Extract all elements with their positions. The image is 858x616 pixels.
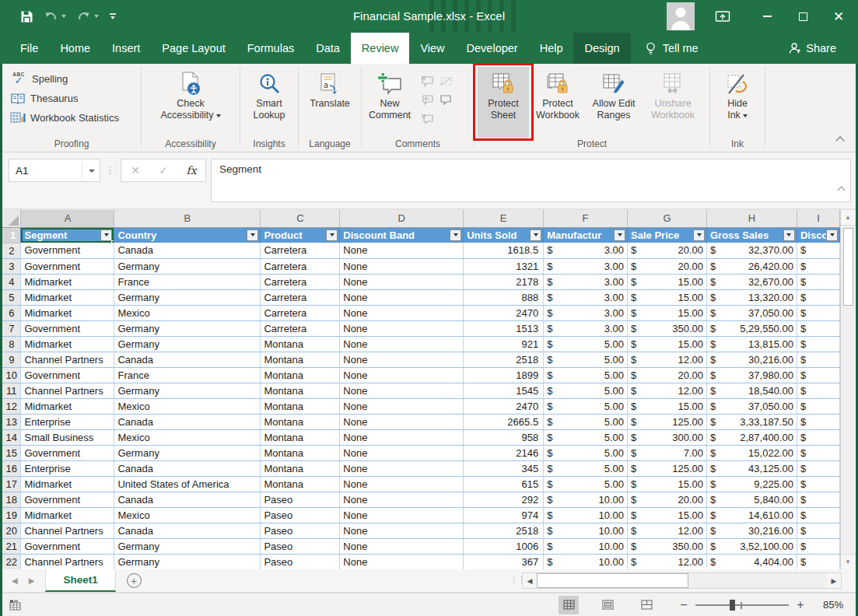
cell[interactable]: Montana <box>261 429 340 445</box>
cell[interactable]: $3,52,100.00 <box>707 538 797 554</box>
cell[interactable]: 2178 <box>464 274 544 289</box>
collapse-ribbon-button[interactable] <box>837 133 843 147</box>
row-header[interactable]: 2 <box>2 243 21 258</box>
cell[interactable]: Montana <box>261 476 340 492</box>
zoom-slider[interactable] <box>695 600 789 611</box>
next-sheet-button[interactable]: ▶ <box>29 576 35 585</box>
cell[interactable]: $5.00 <box>544 429 628 445</box>
zoom-in-button[interactable]: + <box>793 598 807 612</box>
cell[interactable]: $300.00 <box>628 429 707 445</box>
cell[interactable]: Paseo <box>261 492 340 507</box>
cell[interactable]: 2518 <box>464 523 544 538</box>
cell[interactable]: None <box>340 538 464 554</box>
cell[interactable]: None <box>340 429 464 445</box>
cell[interactable]: Small Business <box>21 429 114 445</box>
cell[interactable]: $2,87,400.00 <box>707 429 797 445</box>
cell[interactable]: $30,216.00 <box>707 523 797 538</box>
cell[interactable]: None <box>340 274 464 289</box>
column-header-E[interactable]: E <box>464 210 544 227</box>
cell[interactable]: $ <box>797 523 839 538</box>
cell[interactable]: $5,29,550.00 <box>707 320 797 336</box>
cell[interactable]: $30,216.00 <box>707 352 797 367</box>
enter-entry-button[interactable]: ✓ <box>149 164 177 177</box>
cell[interactable]: 2518 <box>464 352 544 367</box>
cell[interactable]: $26,420.00 <box>707 258 797 274</box>
cell[interactable]: 2146 <box>464 445 544 460</box>
cell[interactable]: Midmarket <box>21 398 114 414</box>
cell[interactable]: Germany <box>114 258 261 274</box>
cell[interactable]: Canada <box>114 460 261 476</box>
cell[interactable]: Paseo <box>261 538 340 554</box>
cell[interactable]: $ <box>797 414 839 429</box>
row-header[interactable]: 22 <box>2 554 21 569</box>
cell[interactable]: Government <box>21 538 114 554</box>
cell[interactable]: $13,815.00 <box>707 336 797 352</box>
cell[interactable]: $3.00 <box>544 274 628 289</box>
row-header[interactable]: 5 <box>2 289 21 305</box>
cell[interactable]: $32,670.00 <box>707 274 797 289</box>
cell[interactable]: $15.00 <box>628 289 707 305</box>
cell[interactable]: $ <box>797 320 839 336</box>
cell[interactable]: 2470 <box>464 398 544 414</box>
next-comment-button[interactable] <box>436 90 455 109</box>
filter-button[interactable] <box>783 229 795 241</box>
tell-me[interactable]: Tell me <box>636 33 708 64</box>
row-header[interactable]: 6 <box>2 305 21 320</box>
column-header-B[interactable]: B <box>114 210 261 227</box>
column-header-H[interactable]: H <box>707 210 797 227</box>
cell[interactable]: Canada <box>114 523 261 538</box>
cell[interactable]: $10.00 <box>544 507 628 523</box>
scroll-left-arrow[interactable]: ◀ <box>523 573 537 588</box>
row-header[interactable]: 11 <box>2 383 21 398</box>
cell[interactable]: 1618.5 <box>464 243 544 258</box>
cell[interactable]: 292 <box>464 492 544 507</box>
cell[interactable]: Midmarket <box>21 507 114 523</box>
cell[interactable]: Germany <box>114 336 261 352</box>
cell[interactable]: None <box>340 523 464 538</box>
unshare-workbook-button[interactable]: Unshare Workbook <box>644 67 702 138</box>
cell[interactable]: $ <box>797 383 839 398</box>
cell[interactable]: $ <box>797 289 839 305</box>
table-header-cell[interactable]: Product <box>261 227 340 243</box>
tab-page-layout[interactable]: Page Layout <box>151 33 236 64</box>
cell[interactable]: $ <box>797 274 839 289</box>
cell[interactable]: 1321 <box>464 258 544 274</box>
cell[interactable]: 367 <box>464 554 544 569</box>
cell[interactable]: $3.00 <box>544 305 628 320</box>
cell[interactable]: Channel Partners <box>21 352 114 367</box>
column-header-I[interactable]: I <box>797 210 839 227</box>
cell[interactable]: $350.00 <box>628 320 707 336</box>
cell[interactable]: None <box>340 445 464 460</box>
cell[interactable]: $12.00 <box>628 554 707 569</box>
table-header-cell[interactable]: Sale Price <box>628 227 707 243</box>
sheet-tab-sheet1[interactable]: Sheet1 <box>45 569 115 592</box>
table-header-cell[interactable]: Discou <box>797 227 839 243</box>
formula-input[interactable]: Segment <box>211 159 851 202</box>
column-header-D[interactable]: D <box>340 210 464 227</box>
cell[interactable]: $5.00 <box>544 352 628 367</box>
cell[interactable]: $9,225.00 <box>707 476 797 492</box>
cell[interactable]: $3.00 <box>544 243 628 258</box>
cell[interactable]: $5.00 <box>544 414 628 429</box>
cell[interactable]: $43,125.00 <box>707 460 797 476</box>
cell[interactable]: 615 <box>464 476 544 492</box>
cell[interactable]: None <box>340 398 464 414</box>
thesaurus-button[interactable]: Thesaurus <box>5 89 124 108</box>
filter-button[interactable] <box>247 229 258 241</box>
table-header-cell[interactable]: Discount Band <box>340 227 464 243</box>
cell[interactable]: None <box>340 383 464 398</box>
check-accessibility-button[interactable]: Check Accessibility <box>147 67 234 138</box>
filter-button[interactable] <box>100 229 112 241</box>
page-break-preview-button[interactable] <box>636 596 657 614</box>
cell[interactable]: Mexico <box>114 305 261 320</box>
cell[interactable]: $ <box>797 538 839 554</box>
row-header[interactable]: 14 <box>2 429 21 445</box>
cell[interactable]: $ <box>797 507 839 523</box>
cell[interactable]: Channel Partners <box>21 523 114 538</box>
row-header[interactable]: 10 <box>2 367 21 383</box>
cell[interactable]: $20.00 <box>628 258 707 274</box>
vertical-scrollbar[interactable]: ▲ ▼ <box>840 210 855 569</box>
cell[interactable]: 921 <box>464 336 544 352</box>
horizontal-scrollbar[interactable]: ◀ ▶ <box>522 572 842 589</box>
cell[interactable]: Government <box>21 367 114 383</box>
